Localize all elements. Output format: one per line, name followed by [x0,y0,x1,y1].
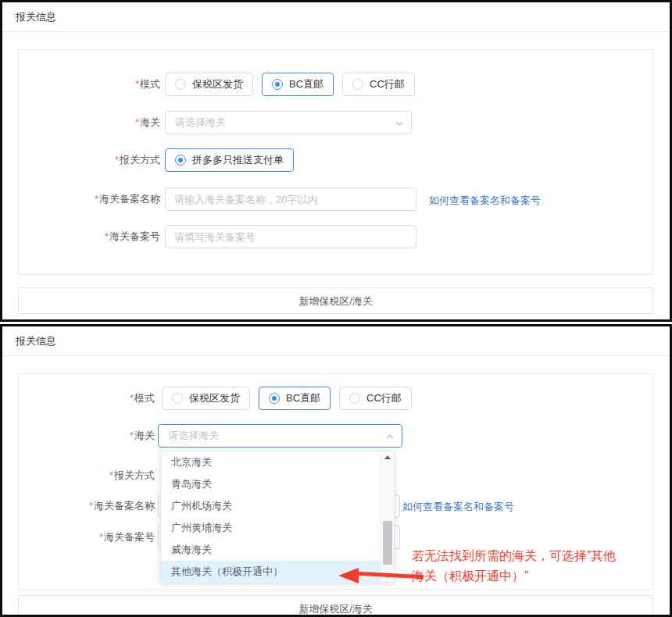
declare-method-label: *报关方式 [2,148,160,172]
radio-selected-icon [272,79,283,90]
mode-option-bonded-zone[interactable]: 保税区发货 [162,387,250,410]
record-no-label: *海关备案号 [2,526,155,549]
customs-select-placeholder: 请选择海关 [168,425,219,447]
required-mark: * [135,116,139,128]
customs-dropdown-list: 北京海关 青岛海关 广州机场海关 广州黄埔海关 威海海关 其他海关（积极开通中） [160,451,395,583]
required-mark: * [130,392,134,404]
required-mark: * [135,78,139,90]
dropdown-item-qingdao[interactable]: 青岛海关 [161,473,381,495]
title-divider [2,355,670,356]
mode-option-bc-direct[interactable]: BC直邮 [262,73,334,96]
dropdown-item-guangzhou-airport[interactable]: 广州机场海关 [161,495,381,517]
record-help-link[interactable]: 如何查看备案名和备案号 [429,194,541,208]
mode-option-cc-post[interactable]: CC行邮 [339,387,412,410]
scrollbar-thumb[interactable] [383,521,392,565]
page-title: 报关信息 [16,334,56,348]
declare-method-option-group: 拼多多只推送支付单 [165,148,294,172]
customs-select-placeholder: 请选择海关 [175,112,226,134]
required-mark: * [115,154,119,166]
customs-select[interactable]: 请选择海关 [165,111,412,134]
mode-label: *模式 [2,387,155,410]
record-no-label: *海关备案号 [2,225,160,248]
red-arrow-icon [338,568,359,583]
annotation-line-2: 海关（积极开通中）” [412,566,616,587]
record-name-input[interactable] [165,187,416,211]
mode-option-group: 保税区发货 BC直邮 CC行邮 [165,73,415,96]
annotation-line-1: 若无法找到所需的海关，可选择”其他 [412,546,616,566]
radio-unselected-icon [352,79,363,90]
customs-select[interactable]: 请选择海关 [158,424,402,448]
dropdown-item-beijing[interactable]: 北京海关 [161,451,381,473]
radio-selected-icon [175,155,186,166]
mode-option-bc-direct[interactable]: BC直邮 [259,387,331,410]
radio-unselected-icon [349,393,360,404]
customs-label: *海关 [2,111,160,134]
declare-method-option-payment-only[interactable]: 拼多多只推送支付单 [165,148,294,172]
dropdown-item-weihai[interactable]: 威海海关 [161,539,381,561]
dropdown-scrollbar[interactable] [381,451,394,582]
mode-option-cc-post[interactable]: CC行邮 [342,73,415,96]
record-help-link[interactable]: 如何查看备案名和备案号 [402,500,514,514]
annotation-text: 若无法找到所需的海关，可选择”其他 海关（积极开通中）” [412,546,616,587]
radio-selected-icon [269,393,280,404]
radio-unselected-icon [172,393,183,404]
add-bonded-zone-button[interactable]: 新增保税区/海关 [18,595,653,617]
scroll-up-icon[interactable] [381,451,394,464]
radio-unselected-icon [175,79,186,90]
customs-info-panel-bottom: 报关信息 *模式 保税区发货 BC直邮 CC行邮 *海关 请选择海关 *报关方式… [0,324,672,617]
record-no-input[interactable] [165,225,416,248]
title-divider [2,31,670,32]
page-title: 报关信息 [16,10,56,24]
chevron-down-icon [395,119,404,128]
mode-option-group: 保税区发货 BC直邮 CC行邮 [162,387,412,410]
required-mark: * [109,469,113,481]
required-mark: * [89,500,93,512]
chevron-up-icon [385,432,395,441]
mode-option-bonded-zone[interactable]: 保税区发货 [165,73,253,96]
add-bonded-zone-button[interactable]: 新增保税区/海关 [18,287,653,314]
record-name-label: *海关备案名称 [2,187,160,211]
customs-label: *海关 [2,424,155,448]
required-mark: * [95,193,98,205]
customs-info-panel-top: 报关信息 *模式 保税区发货 BC直邮 CC行邮 *海关 请选择海关 *报关方式 [0,0,672,322]
required-mark: * [130,430,134,441]
dropdown-item-guangzhou-huangpu[interactable]: 广州黄埔海关 [161,517,381,539]
mode-label: *模式 [2,73,160,96]
required-mark: * [105,230,109,242]
required-mark: * [99,531,103,543]
record-name-label: *海关备案名称 [2,494,155,518]
declare-method-label: *报关方式 [2,464,155,487]
